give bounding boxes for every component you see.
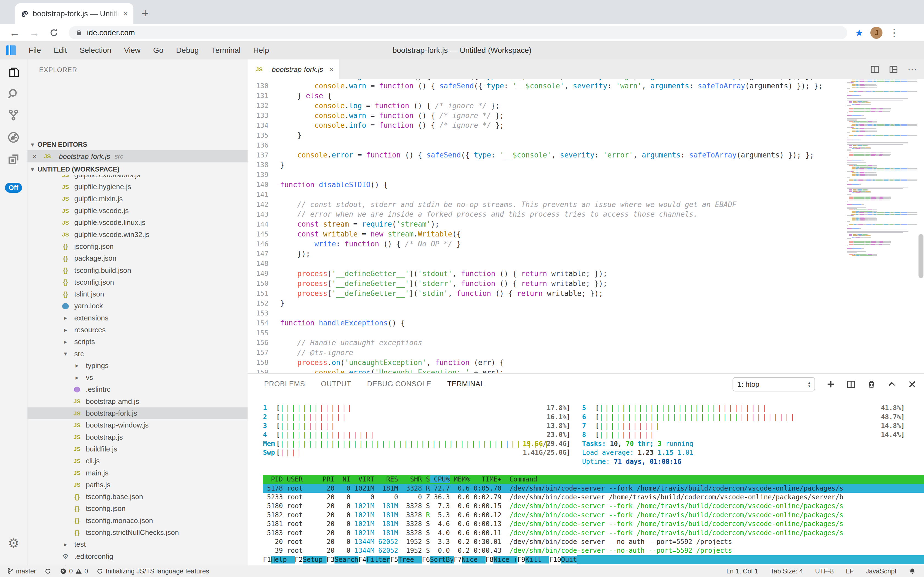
tree-item-tsconfig.strictNullChecks.json[interactable]: {}tsconfig.strictNullChecks.json [27,527,247,538]
address-bar[interactable]: ide.coder.com [69,26,847,39]
tree-item-gulpfile.extensions.js[interactable]: JSgulpfile.extensions.js [27,175,247,181]
menu-item-go[interactable]: Go [153,46,163,55]
htop-process-row[interactable]: 5183 root 20 0 1021M 181M 3328 S 4.0 0.6… [263,528,924,537]
status-javascript[interactable]: JavaScript [866,567,897,575]
tree-item-resources[interactable]: ▸resources [27,324,247,336]
kill-terminal-icon[interactable] [867,380,876,389]
tree-item-tsconfig.build.json[interactable]: {}tsconfig.build.json [27,264,247,276]
status-ln-1-col-1[interactable]: Ln 1, Col 1 [726,567,758,575]
tree-item-tsconfig.monaco.json[interactable]: {}tsconfig.monaco.json [27,515,247,527]
explorer-activity-icon[interactable] [0,66,27,79]
tab-close-icon[interactable]: × [123,9,128,18]
htop-process-row[interactable]: 5182 root 20 0 1021M 181M 3328 R 5.3 0.6… [263,511,924,519]
tree-item-src[interactable]: ▾src [27,348,247,359]
editor-tab[interactable]: JS bootstrap-fork.js × [247,60,340,79]
menu-item-help[interactable]: Help [253,46,269,55]
htop-process-row[interactable]: 39 root 20 0 1344M 62052 1952 S 0.0 0.2 … [263,546,924,555]
reload-icon[interactable] [49,28,59,38]
avatar[interactable]: J [870,27,882,39]
htop-process-row[interactable]: 5180 root 20 0 1021M 181M 3328 S 7.3 0.6… [263,501,924,510]
menu-item-selection[interactable]: Selection [79,46,111,55]
menu-item-edit[interactable]: Edit [54,46,67,55]
debug-activity-icon[interactable] [0,131,27,144]
menu-item-file[interactable]: File [29,46,41,55]
source-control-activity-icon[interactable] [0,108,27,121]
terminal-select[interactable]: 1: htop ▴▾ [733,377,815,392]
htop-function-keys[interactable]: F1Help F2Setup F3SearchF4FilterF5Tree F6… [263,555,924,564]
scrollbar-thumb[interactable] [919,234,924,278]
tree-item-gulpfile.vscode.win32.js[interactable]: JSgulpfile.vscode.win32.js [27,229,247,240]
close-panel-icon[interactable] [908,380,917,389]
back-icon[interactable]: ← [10,27,20,39]
tree-item-paths.js[interactable]: JSpaths.js [27,479,247,491]
tree-item-gulpfile.vscode.js[interactable]: JSgulpfile.vscode.js [27,205,247,217]
tree-item-jsconfig.json[interactable]: {}jsconfig.json [27,240,247,253]
editor-layout-icon[interactable] [889,65,898,74]
htop-process-row[interactable]: 20 root 20 0 1344M 62052 1952 S 3.3 0.2 … [263,537,924,546]
tree-item-buildfile.js[interactable]: JSbuildfile.js [27,443,247,455]
status-lf[interactable]: LF [846,567,853,575]
htop-process-row[interactable]: 5181 root 20 0 1021M 181M 3328 S 4.6 0.6… [263,519,924,528]
offline-badge[interactable]: Off [0,183,27,193]
app-logo-icon[interactable] [6,45,16,55]
status-utf-8[interactable]: UTF-8 [815,567,834,575]
sync-status[interactable] [44,567,51,575]
bookmark-star-icon[interactable]: ★ [855,27,863,38]
bell-icon[interactable] [909,567,916,575]
tree-item-gulpfile.vscode.linux.js[interactable]: JSgulpfile.vscode.linux.js [27,217,247,229]
tree-item-.eslintrc[interactable]: .eslintrc [27,384,247,395]
search-activity-icon[interactable] [0,87,27,100]
tree-item-tsconfig.base.json[interactable]: {}tsconfig.base.json [27,491,247,503]
tree-item-bootstrap-fork.js[interactable]: JSbootstrap-fork.js [27,408,247,419]
menu-item-terminal[interactable]: Terminal [212,46,241,55]
extensions-activity-icon[interactable] [0,153,27,166]
code-editor[interactable]: 129 console.log = function () { safeSend… [247,79,924,373]
tree-item-gulpfile.hygiene.js[interactable]: JSgulpfile.hygiene.js [27,181,247,193]
tree-item-test[interactable]: ▸test [27,538,247,550]
tree-item-tslint.json[interactable]: {}tslint.json [27,288,247,300]
menu-item-debug[interactable]: Debug [176,46,199,55]
problems-status[interactable]: 0 0 [60,567,88,575]
panel-tab-output[interactable]: OUTPUT [321,380,351,388]
tree-item-extensions[interactable]: ▸extensions [27,312,247,324]
new-tab-button[interactable]: + [141,7,149,19]
htop-process-row[interactable]: 5178 root 20 0 1021M 181M 3328 R 72.7 0.… [263,484,924,493]
editor-scrollbar[interactable] [918,79,924,373]
tree-item-gulpfile.mixin.js[interactable]: JSgulpfile.mixin.js [27,193,247,205]
tree-item-bootstrap-window.js[interactable]: JSbootstrap-window.js [27,419,247,431]
tree-item-yarn.lock[interactable]: yarn.lock [27,300,247,312]
forward-icon[interactable]: → [29,27,40,39]
tree-item-.editorconfig[interactable]: ⚙.editorconfig [27,551,247,562]
panel-tab-terminal[interactable]: TERMINAL [447,380,484,388]
split-editor-icon[interactable] [870,65,879,74]
status-tab-size-4[interactable]: Tab Size: 4 [770,567,803,575]
panel-tab-problems[interactable]: PROBLEMS [264,380,305,388]
split-terminal-icon[interactable] [847,380,856,389]
tree-item-main.js[interactable]: JSmain.js [27,467,247,479]
settings-gear-icon[interactable]: ⚙ [0,536,27,551]
tree-item-scripts[interactable]: ▸scripts [27,336,247,348]
close-icon[interactable]: × [27,152,42,161]
htop-process-row[interactable]: 5233 root 20 0 0 0 0 Z 36.3 0.0 0:02.79 … [263,493,924,501]
htop-table-header[interactable]: PID USER PRI NI VIRT RES SHR S CPU% MEM%… [263,475,924,484]
git-branch-status[interactable]: master [6,567,36,575]
open-editors-section[interactable]: ▾ OPEN EDITORS [27,139,247,150]
tree-item-package.json[interactable]: {}package.json [27,253,247,264]
tab-close-icon[interactable]: × [329,65,333,74]
new-terminal-icon[interactable] [826,380,836,389]
terminal[interactable]: 1 [|||||||||||||17.8%]5 [|||||||||||||||… [247,394,924,566]
minimap[interactable] [847,79,918,373]
maximize-panel-icon[interactable] [887,380,897,389]
panel-tab-debug-console[interactable]: DEBUG CONSOLE [367,380,431,388]
browser-tab[interactable]: bootstrap-fork.js — Untitled (W × [15,3,133,24]
tree-item-tsconfig.json[interactable]: {}tsconfig.json [27,276,247,288]
tree-item-tsconfig.json[interactable]: {}tsconfig.json [27,503,247,514]
tree-item-vs[interactable]: ▸vs [27,372,247,384]
tree-item-.eslintrc.json[interactable]: .eslintrc.json [27,562,247,566]
menu-item-view[interactable]: View [124,46,141,55]
tree-item-bootstrap-amd.js[interactable]: JSbootstrap-amd.js [27,396,247,408]
tree-item-typings[interactable]: ▸typings [27,360,247,372]
tree-item-bootstrap.js[interactable]: JSbootstrap.js [27,431,247,443]
browser-menu-icon[interactable]: ⋮ [889,27,899,39]
workspace-section[interactable]: ▾ UNTITLED (WORKSPACE) [27,163,247,175]
